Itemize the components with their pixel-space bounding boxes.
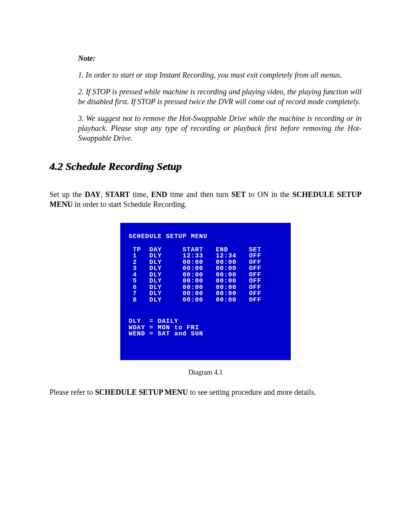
intro-text: time, (130, 190, 151, 199)
note-heading: Note: (78, 53, 362, 63)
intro-text: Set up the (49, 190, 85, 199)
diagram-caption: Diagram 4.1 (49, 368, 362, 376)
section-heading: 4.2 Schedule Recording Setup (49, 160, 362, 173)
dvr-schedule-table: TP DAY START END SET 1 DLY 12:33 12:34 O… (129, 247, 282, 303)
note-item-3: 3. We suggest not to remove the Hot-Swap… (78, 113, 362, 143)
after-text: Please refer to (49, 388, 95, 396)
intro-text: to ON in the (246, 190, 292, 199)
note-item-1: 1. In order to start or stop Instant Rec… (78, 70, 362, 80)
dvr-legend: DLY = DAILY WDAY = MON to FRI WEND = SAT… (129, 318, 282, 337)
note-block: Note: 1. In order to start or stop Insta… (78, 53, 362, 143)
intro-text: in order to start Schedule Recording. (73, 200, 186, 208)
intro-bold-start: START (105, 190, 130, 199)
after-text: to see setting procedure and more detail… (188, 388, 316, 396)
intro-text: time and then turn (167, 190, 231, 199)
after-bold-menu: SCHEDULE SETUP MENU (95, 388, 188, 396)
intro-bold-day: DAY (85, 190, 101, 199)
dvr-screen-title: SCHEDULE SETUP MENU (129, 233, 282, 240)
dvr-screenshot-container: SCHEDULE SETUP MENU TP DAY START END SET… (49, 223, 362, 360)
intro-text: , (100, 190, 105, 199)
document-page: Note: 1. In order to start or stop Insta… (0, 0, 411, 532)
dvr-schedule-setup-screen: SCHEDULE SETUP MENU TP DAY START END SET… (120, 223, 291, 360)
after-paragraph: Please refer to SCHEDULE SETUP MENU to s… (49, 387, 362, 397)
intro-bold-set: SET (231, 190, 246, 199)
note-item-2: 2. If STOP is pressed while machine is r… (78, 87, 362, 106)
intro-paragraph: Set up the DAY, START time, END time and… (49, 189, 362, 209)
intro-bold-end: END (151, 190, 167, 199)
